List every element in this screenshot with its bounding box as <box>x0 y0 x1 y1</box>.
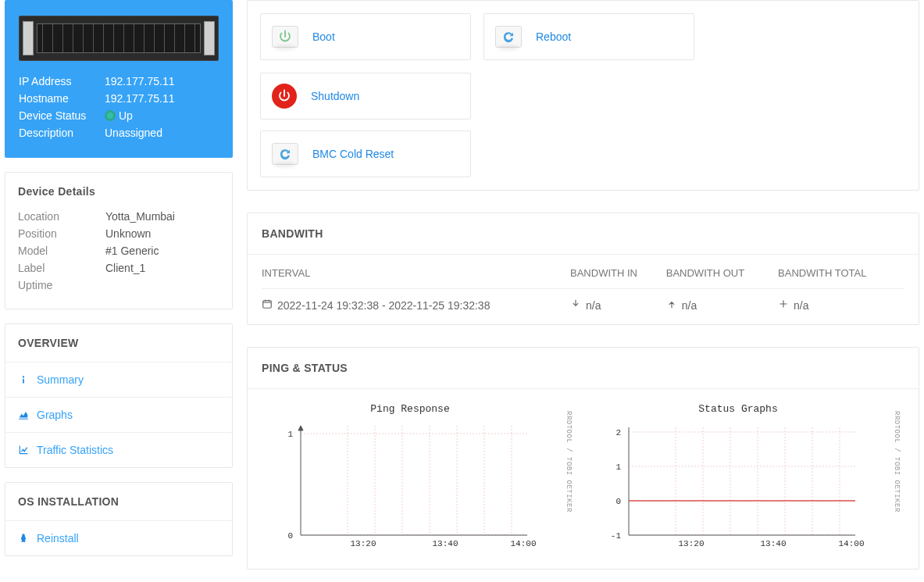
nav-label-reinstall: Reinstall <box>37 532 79 545</box>
col-interval: INTERVAL <box>262 255 570 289</box>
nav-item-summary[interactable]: Summary <box>5 362 232 397</box>
nav-label-graphs: Graphs <box>37 409 73 421</box>
ping-title: PING & STATUS <box>248 348 919 389</box>
linux-icon <box>18 533 29 544</box>
svg-text:0: 0 <box>287 531 293 541</box>
hostname-label: Hostname <box>19 92 105 105</box>
bandwidth-title: BANDWITH <box>248 213 919 255</box>
rrd-watermark: RRDTOOL / TOBI OETIKER <box>565 411 573 542</box>
device-details-card: Device Details LocationYotta_Mumbai Posi… <box>5 172 233 309</box>
nav-item-reinstall[interactable]: Reinstall <box>5 520 232 555</box>
refresh-icon <box>272 143 298 165</box>
col-out: BANDWITH OUT <box>666 255 778 289</box>
overview-card: OVERVIEW Summary Graphs <box>5 323 233 468</box>
status-label: Device Status <box>19 109 105 122</box>
position-value: Unknown <box>105 227 151 240</box>
description-value: Unassigned <box>105 127 219 139</box>
ip-value: 192.177.75.11 <box>105 75 219 87</box>
interval-value: 2022-11-24 19:32:38 - 2022-11-25 19:32:3… <box>277 299 490 312</box>
location-label: Location <box>18 210 105 223</box>
uptime-label: Uptime <box>18 279 105 291</box>
bw-in-value: n/a <box>586 299 601 312</box>
line-chart-icon <box>18 445 29 455</box>
svg-text:13:40: 13:40 <box>432 539 458 548</box>
svg-text:-1: -1 <box>611 531 622 541</box>
boot-label: Boot <box>312 30 335 43</box>
device-info-card: IP Address 192.177.75.11 Hostname 192.17… <box>5 0 233 158</box>
status-dot-icon <box>105 110 116 121</box>
svg-text:14:00: 14:00 <box>838 539 864 548</box>
status-chart-title: Status Graphs <box>590 403 887 415</box>
bw-out-value: n/a <box>682 299 697 312</box>
info-icon <box>18 374 29 385</box>
label-label: Label <box>18 262 105 274</box>
bandwidth-table: INTERVAL BANDWITH IN BANDWITH OUT BANDWI… <box>262 255 904 324</box>
plus-icon <box>778 298 789 312</box>
actions-panel: Boot Reboot Shutdown <box>247 0 919 191</box>
reboot-button[interactable]: Reboot <box>483 13 694 60</box>
svg-text:1: 1 <box>287 430 293 439</box>
nav-item-traffic[interactable]: Traffic Statistics <box>5 432 232 467</box>
boot-button[interactable]: Boot <box>260 13 471 60</box>
bmc-reset-button[interactable]: BMC Cold Reset <box>260 130 471 177</box>
overview-title: OVERVIEW <box>5 324 232 362</box>
svg-text:13:40: 13:40 <box>760 539 786 548</box>
svg-rect-1 <box>23 379 24 384</box>
refresh-icon <box>495 26 522 48</box>
os-install-title: OS INSTALLATION <box>5 483 232 520</box>
col-in: BANDWITH IN <box>570 255 666 289</box>
col-total: BANDWITH TOTAL <box>778 255 904 289</box>
bw-total-value: n/a <box>794 299 808 312</box>
ping-chart: Ping Response <box>262 403 558 550</box>
svg-text:1: 1 <box>615 462 621 472</box>
bandwidth-panel: BANDWITH INTERVAL BANDWITH IN BANDWITH O… <box>247 212 919 325</box>
svg-text:0: 0 <box>615 497 621 506</box>
rrd-watermark: RRDTOOL / TOBI OETIKER <box>893 411 901 542</box>
ping-status-panel: PING & STATUS Ping Response <box>247 347 919 570</box>
model-label: Model <box>18 245 105 257</box>
svg-text:2: 2 <box>615 428 621 437</box>
nav-label-traffic: Traffic Statistics <box>37 444 113 456</box>
status-badge: Up <box>105 109 219 122</box>
power-icon <box>272 26 298 48</box>
bmc-reset-label: BMC Cold Reset <box>312 148 394 160</box>
table-row: 2022-11-24 19:32:38 - 2022-11-25 19:32:3… <box>262 289 904 325</box>
nav-item-graphs[interactable]: Graphs <box>5 397 232 432</box>
status-chart: Status Graphs <box>590 403 887 550</box>
status-value: Up <box>119 109 133 122</box>
reboot-label: Reboot <box>536 30 571 43</box>
os-install-card: OS INSTALLATION Reinstall <box>5 482 233 556</box>
model-value: #1 Generic <box>105 245 159 257</box>
nav-label-summary: Summary <box>37 373 84 386</box>
ping-chart-title: Ping Response <box>262 403 558 415</box>
description-label: Description <box>19 127 105 139</box>
svg-text:14:00: 14:00 <box>510 539 536 548</box>
device-details-title: Device Details <box>5 173 232 210</box>
position-label: Position <box>18 227 105 240</box>
svg-rect-2 <box>263 301 272 308</box>
location-value: Yotta_Mumbai <box>105 210 175 223</box>
svg-text:13:20: 13:20 <box>350 539 376 548</box>
label-value: Client_1 <box>105 262 145 274</box>
shutdown-icon <box>272 84 297 109</box>
calendar-icon <box>262 298 273 312</box>
hostname-value: 192.177.75.11 <box>105 92 219 105</box>
arrow-down-icon <box>570 298 581 312</box>
ip-label: IP Address <box>19 75 105 87</box>
shutdown-label: Shutdown <box>311 90 359 102</box>
arrow-up-icon <box>666 298 677 312</box>
shutdown-button[interactable]: Shutdown <box>260 73 471 120</box>
svg-text:13:20: 13:20 <box>678 539 704 548</box>
svg-point-0 <box>23 376 24 377</box>
server-image <box>19 16 219 61</box>
area-chart-icon <box>18 409 29 420</box>
